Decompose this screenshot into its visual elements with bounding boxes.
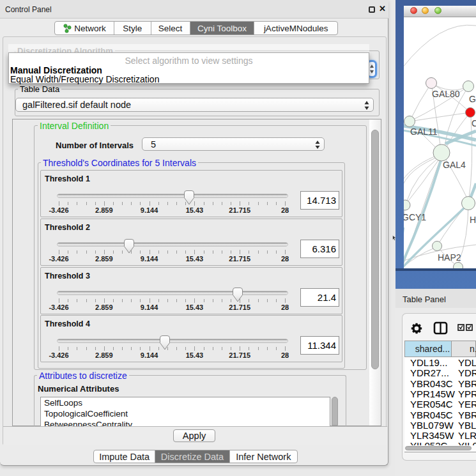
- svg-text:C: C: [472, 118, 476, 128]
- svg-text:G.: G.: [469, 94, 476, 104]
- svg-text:GCY1: GCY1: [404, 212, 426, 222]
- svg-text:HAP2: HAP2: [438, 252, 461, 263]
- svg-text:H: H: [470, 215, 476, 225]
- svg-text:GAL4: GAL4: [443, 160, 466, 170]
- svg-text:GAL80: GAL80: [432, 89, 460, 99]
- svg-text:GAL11: GAL11: [410, 127, 438, 137]
